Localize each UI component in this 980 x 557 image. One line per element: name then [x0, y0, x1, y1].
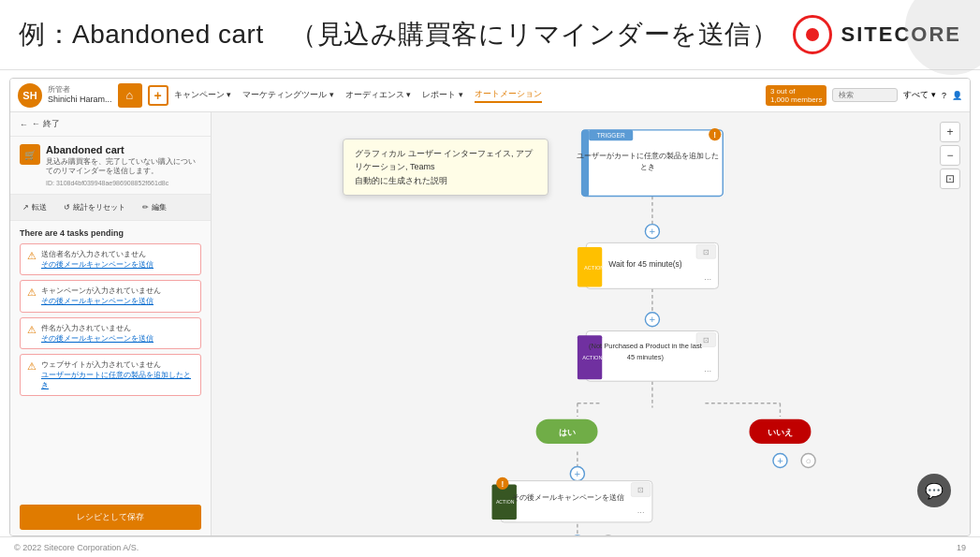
task-text: 送信者名が入力されていません その後メールキャンペーンを送信 [41, 249, 154, 270]
reset-icon: ↺ [64, 203, 70, 212]
svg-rect-24 [582, 130, 590, 197]
task-text: キャンペーンが入力されていません その後メールキャンペーンを送信 [41, 286, 161, 306]
back-arrow-icon: ← [20, 120, 28, 129]
search-input[interactable] [832, 88, 898, 102]
svg-text:45 minutes): 45 minutes) [627, 353, 665, 361]
task-link[interactable]: ユーザーがカートに任意の製品を追加したとき [41, 370, 194, 390]
task-link[interactable]: その後メールキャンペーンを送信 [41, 259, 154, 270]
home-icon[interactable]: ⌂ [118, 83, 142, 108]
svg-text:ACTION: ACTION [584, 265, 604, 271]
nav-reports[interactable]: レポート ▾ [422, 88, 463, 103]
svg-text:+: + [777, 455, 783, 466]
workflow-id: ID: 3108d4bf039948ae986908852f661d8c [46, 180, 201, 186]
edit-button[interactable]: ✏ 編集 [138, 199, 171, 215]
svg-text:Wait for 45 minute(s): Wait for 45 minute(s) [608, 259, 681, 269]
app-topbar: SH 所管者 Shinichi Haram... ⌂ + キャンペーン ▾ マー… [10, 79, 970, 112]
svg-text:!: ! [501, 479, 504, 489]
left-panel: ← ← 終了 🛒 Abandoned cart 見込み購買客を、完了していない購… [10, 112, 212, 535]
help-icon[interactable]: ? [942, 91, 946, 100]
tooltip-line2: 自動的に生成された説明 [355, 174, 536, 187]
members-badge: 3 out of 1,000 members [766, 85, 827, 106]
canvas-controls: + − ⊡ [940, 122, 960, 189]
task-item: ⚠ キャンペーンが入力されていません その後メールキャンペーンを送信 [20, 280, 201, 312]
svg-text:⊡: ⊡ [703, 336, 709, 344]
workflow-icon: 🛒 [20, 144, 40, 165]
nav-audience[interactable]: オーディエンス ▾ [345, 88, 412, 103]
user-info: 所管者 Shinichi Haram... [48, 85, 112, 104]
canvas-area: + − ⊡ グラフィカル ユーザー インターフェイス, アプリケーション, Te… [212, 112, 970, 535]
transfer-button[interactable]: ↗ 転送 [18, 199, 51, 215]
chat-button[interactable]: 💬 [917, 474, 951, 507]
slide-header: 例：Abandoned cart （見込み購買客にリマインダーを送信） SITE… [0, 0, 980, 70]
page-number: 19 [957, 543, 966, 552]
nav-right: 3 out of 1,000 members すべて ▾ ? 👤 [766, 85, 962, 106]
slide-title: 例：Abandoned cart （見込み購買客にリマインダーを送信） [19, 17, 778, 52]
app-window: SH 所管者 Shinichi Haram... ⌂ + キャンペーン ▾ マー… [9, 78, 971, 536]
zoom-in-button[interactable]: + [940, 122, 960, 142]
workflow-details: Abandoned cart 見込み購買客を、完了していない購入についてのリマイ… [46, 144, 201, 186]
nav-marketing[interactable]: マーケティングツール ▾ [242, 88, 334, 103]
tooltip-line1: グラフィカル ユーザー インターフェイス, アプリケーション, Teams [355, 147, 536, 174]
svg-text:+: + [650, 226, 656, 237]
task-link[interactable]: その後メールキャンペーンを送信 [41, 333, 154, 344]
svg-text:(Not Purchased a Product in th: (Not Purchased a Product in the last [589, 342, 703, 350]
svg-text:⊡: ⊡ [637, 486, 644, 494]
svg-text:+: + [575, 468, 581, 479]
workflow-name: Abandoned cart [46, 144, 201, 155]
svg-text:はい: はい [559, 427, 576, 437]
edit-icon: ✏ [142, 203, 149, 212]
svg-text:···: ··· [704, 273, 711, 284]
warning-icon: ⚠ [27, 250, 37, 262]
workflow-info: 🛒 Abandoned cart 見込み購買客を、完了していない購入についてのリ… [10, 137, 211, 195]
nav-automation[interactable]: オートメーション [475, 88, 542, 103]
sitecore-logo-icon [793, 15, 832, 54]
warning-icon: ⚠ [27, 324, 37, 336]
user-role: 所管者 [48, 85, 112, 95]
workflow-svg: + + + [212, 112, 970, 535]
app-content: ← ← 終了 🛒 Abandoned cart 見込み購買客を、完了していない購… [10, 112, 970, 535]
task-item: ⚠ 送信者名が入力されていません その後メールキャンペーンを送信 [20, 243, 201, 275]
save-recipe-button[interactable]: レシピとして保存 [20, 505, 201, 530]
back-button[interactable]: ← ← 終了 [10, 112, 211, 137]
nav-links: キャンペーン ▾ マーケティングツール ▾ オーディエンス ▾ レポート ▾ オ… [174, 88, 760, 103]
nav-campaign[interactable]: キャンペーン ▾ [174, 88, 232, 103]
reset-stats-button[interactable]: ↺ 統計をリセット [59, 199, 130, 215]
user-icon[interactable]: 👤 [952, 91, 962, 100]
transfer-icon: ↗ [22, 203, 29, 212]
svg-text:ユーザーがカートに任意の製品を追加した: ユーザーがカートに任意の製品を追加した [577, 152, 719, 160]
fit-button[interactable]: ⊡ [940, 169, 960, 189]
svg-text:その後メールキャンペーンを送信: その後メールキャンペーンを送信 [512, 493, 624, 502]
svg-text:○: ○ [805, 456, 811, 466]
svg-text:とき: とき [640, 163, 655, 171]
svg-text:···: ··· [637, 506, 645, 517]
svg-text:いいえ: いいえ [768, 427, 793, 437]
svg-text:TRIGGER: TRIGGER [597, 132, 625, 139]
svg-text:⊡: ⊡ [703, 248, 709, 257]
zoom-out-button[interactable]: − [940, 145, 960, 166]
tasks-title: There are 4 tasks pending [20, 228, 201, 238]
svg-text:+: + [650, 314, 656, 325]
copyright-text: © 2022 Sitecore Corporation A/S. [14, 543, 139, 552]
slide-footer: © 2022 Sitecore Corporation A/S. 19 [0, 536, 980, 557]
task-item: ⚠ 件名が入力されていません その後メールキャンペーンを送信 [20, 317, 201, 349]
all-label: すべて ▾ [903, 89, 936, 101]
task-item: ⚠ ウェブサイトが入力されていません ユーザーがカートに任意の製品を追加したとき [20, 354, 201, 397]
add-icon[interactable]: + [148, 85, 168, 106]
svg-text:!: ! [713, 130, 716, 139]
svg-text:···: ··· [704, 365, 711, 375]
user-name: Shinichi Haram... [48, 95, 112, 105]
action-bar: ↗ 転送 ↺ 統計をリセット ✏ 編集 [10, 195, 211, 221]
chat-icon: 💬 [925, 482, 943, 500]
task-text: ウェブサイトが入力されていません ユーザーがカートに任意の製品を追加したとき [41, 359, 194, 391]
workflow-desc: 見込み購買客を、完了していない購入についてのリマインダーを送信します。 [46, 157, 201, 177]
warning-icon: ⚠ [27, 286, 37, 299]
slide-body: SH 所管者 Shinichi Haram... ⌂ + キャンペーン ▾ マー… [0, 70, 980, 536]
avatar: SH [18, 83, 42, 108]
tooltip: グラフィカル ユーザー インターフェイス, アプリケーション, Teams 自動… [343, 139, 549, 196]
svg-text:ACTION: ACTION [582, 355, 602, 360]
task-text: 件名が入力されていません その後メールキャンペーンを送信 [41, 323, 154, 344]
task-link[interactable]: その後メールキャンペーンを送信 [41, 296, 161, 306]
tasks-area: There are 4 tasks pending ⚠ 送信者名が入力されていま… [10, 221, 211, 499]
warning-icon: ⚠ [27, 360, 37, 373]
